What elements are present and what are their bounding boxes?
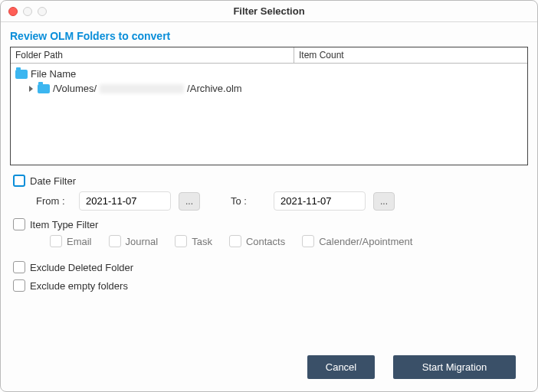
date-range-row: From : ... To : ...	[36, 191, 525, 211]
folder-icon	[38, 84, 50, 93]
path-prefix: /Volumes/	[53, 83, 97, 94]
contacts-label: Contacts	[246, 236, 285, 247]
exclude-empty-label: Exclude empty folders	[30, 280, 128, 292]
contacts-checkbox	[229, 235, 241, 247]
window-title: Filter Selection	[1, 5, 537, 17]
from-label: From :	[36, 195, 71, 207]
path-suffix: /Archive.olm	[187, 83, 242, 94]
chevron-right-icon[interactable]	[29, 86, 33, 92]
button-bar: Cancel Start Migration	[307, 355, 516, 379]
maximize-icon[interactable]	[38, 7, 47, 16]
tree-root-label: File Name	[31, 68, 76, 80]
path-redacted	[100, 84, 184, 93]
item-type-task: Task	[175, 235, 212, 247]
titlebar: Filter Selection	[1, 1, 537, 22]
calendar-checkbox	[302, 235, 314, 247]
item-type-filter-checkbox[interactable]	[13, 218, 25, 230]
date-filter-label: Date Filter	[30, 175, 76, 187]
to-date-picker-button[interactable]: ...	[373, 192, 395, 211]
folder-icon	[15, 70, 28, 79]
tree-child-row[interactable]: /Volumes/ /Archive.olm	[12, 81, 526, 96]
to-date-input[interactable]	[274, 191, 366, 211]
exclude-empty-row: Exclude empty folders	[13, 279, 525, 292]
from-date-picker-button[interactable]: ...	[179, 192, 200, 211]
task-checkbox	[175, 235, 187, 247]
exclude-deleted-label: Exclude Deleted Folder	[30, 262, 133, 273]
item-type-journal: Journal	[109, 235, 159, 247]
journal-checkbox	[109, 235, 121, 247]
table-header: Folder Path Item Count	[11, 47, 527, 64]
column-folder-path[interactable]: Folder Path	[11, 47, 294, 63]
email-checkbox	[50, 235, 62, 247]
window-controls	[8, 7, 47, 16]
item-type-calendar: Calender/Apointment	[302, 235, 412, 247]
tree-root-row[interactable]: File Name	[12, 67, 526, 81]
minimize-icon[interactable]	[23, 7, 32, 16]
journal-label: Journal	[126, 236, 159, 247]
email-label: Email	[67, 236, 92, 247]
item-type-options: Email Journal Task Contacts Calender/Apo…	[50, 235, 525, 247]
start-migration-button[interactable]: Start Migration	[393, 355, 516, 379]
review-heading: Review OLM Folders to convert	[10, 30, 528, 42]
folder-table: Folder Path Item Count File Name /Volume…	[10, 47, 528, 165]
item-type-email: Email	[50, 235, 92, 247]
item-type-filter-label: Item Type Filter	[30, 219, 98, 230]
date-filter-row: Date Filter	[13, 175, 525, 187]
calendar-label: Calender/Apointment	[319, 236, 412, 247]
exclude-deleted-checkbox[interactable]	[13, 261, 25, 273]
close-icon[interactable]	[8, 7, 18, 16]
item-type-contacts: Contacts	[229, 235, 285, 247]
column-item-count[interactable]: Item Count	[294, 47, 527, 63]
to-label: To :	[231, 195, 266, 207]
item-type-filter-row: Item Type Filter	[13, 218, 525, 230]
date-filter-checkbox[interactable]	[13, 175, 25, 187]
exclude-deleted-row: Exclude Deleted Folder	[13, 261, 525, 273]
task-label: Task	[192, 236, 212, 247]
cancel-button[interactable]: Cancel	[307, 355, 375, 379]
from-date-input[interactable]	[79, 191, 171, 211]
exclude-empty-checkbox[interactable]	[13, 279, 25, 292]
